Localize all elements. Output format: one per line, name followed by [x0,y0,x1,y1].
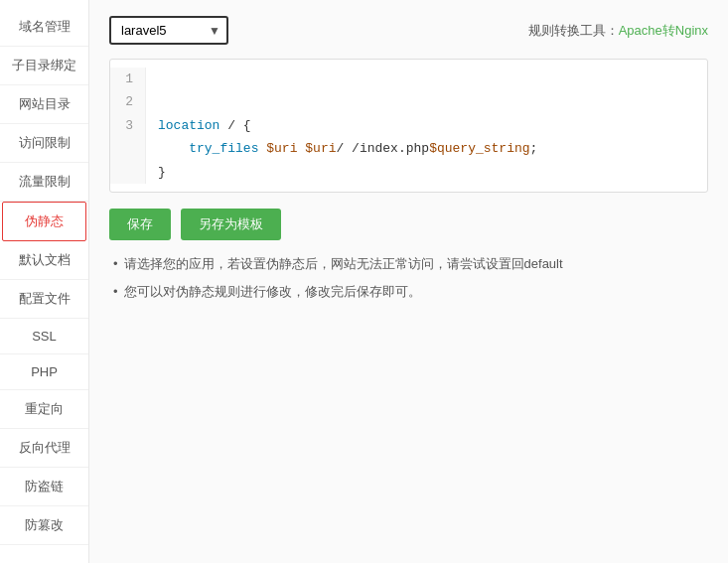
button-row: 保存 另存为模板 [109,209,708,240]
sidebar-item-访问限制[interactable]: 访问限制 [0,124,88,163]
sidebar-item-域名管理[interactable]: 域名管理 [0,8,88,47]
sidebar-item-PHP[interactable]: PHP [0,354,88,390]
template-dropdown-wrapper: laravel5defaultthinkphpwordpressdiscuz ▼ [109,16,228,45]
note-text: 请选择您的应用，若设置伪静态后，网站无法正常访问，请尝试设置回default [124,254,563,275]
main-content: laravel5defaultthinkphpwordpressdiscuz ▼… [89,0,728,563]
apache-to-nginx-link[interactable]: Apache转Nginx [619,23,708,38]
line-number-2: 2 [122,90,133,113]
code-line-1: location / { [158,114,695,137]
template-dropdown[interactable]: laravel5defaultthinkphpwordpressdiscuz [109,16,228,45]
tool-label: 规则转换工具： [528,23,619,38]
sidebar-item-SSL[interactable]: SSL [0,319,88,354]
sidebar-item-防盗链[interactable]: 防盗链 [0,468,88,506]
note-bullet-icon: • [113,282,118,303]
sidebar-item-流量限制[interactable]: 流量限制 [0,163,88,202]
sidebar-item-网站目录[interactable]: 网站目录 [0,85,88,124]
code-line-3: } [158,161,695,184]
save-button[interactable]: 保存 [109,209,171,240]
sidebar-item-反向代理[interactable]: 反向代理 [0,429,88,468]
sidebar-item-伪静态[interactable]: 伪静态 [2,202,86,241]
code-line-2: try_files $uri $uri/ /index.php$query_st… [158,137,695,160]
line-numbers: 123 [110,68,146,184]
code-editor[interactable]: 123 location / { try_files $uri $uri/ /i… [109,59,708,193]
save-as-template-button[interactable]: 另存为模板 [181,209,281,240]
code-body: 123 location / { try_files $uri $uri/ /i… [110,60,707,192]
tool-link-area: 规则转换工具：Apache转Nginx [528,22,708,40]
code-content: location / { try_files $uri $uri/ /index… [146,68,707,184]
note-text: 您可以对伪静态规则进行修改，修改完后保存即可。 [124,282,421,303]
sidebar: 域名管理子目录绑定网站目录访问限制流量限制伪静态默认文档配置文件SSLPHP重定… [0,0,89,563]
sidebar-item-默认文档[interactable]: 默认文档 [0,241,88,280]
note-item: •请选择您的应用，若设置伪静态后，网站无法正常访问，请尝试设置回default [113,254,704,275]
sidebar-item-配置文件[interactable]: 配置文件 [0,280,88,319]
line-number-3: 3 [122,114,133,137]
sidebar-item-子目录绑定[interactable]: 子目录绑定 [0,47,88,85]
sidebar-item-重定向[interactable]: 重定向 [0,390,88,429]
note-bullet-icon: • [113,254,118,275]
note-item: •您可以对伪静态规则进行修改，修改完后保存即可。 [113,282,704,303]
line-number-1: 1 [122,68,133,90]
sidebar-item-防篡改[interactable]: 防篡改 [0,506,88,545]
notes-section: •请选择您的应用，若设置伪静态后，网站无法正常访问，请尝试设置回default•… [109,254,708,303]
top-bar: laravel5defaultthinkphpwordpressdiscuz ▼… [109,16,708,45]
